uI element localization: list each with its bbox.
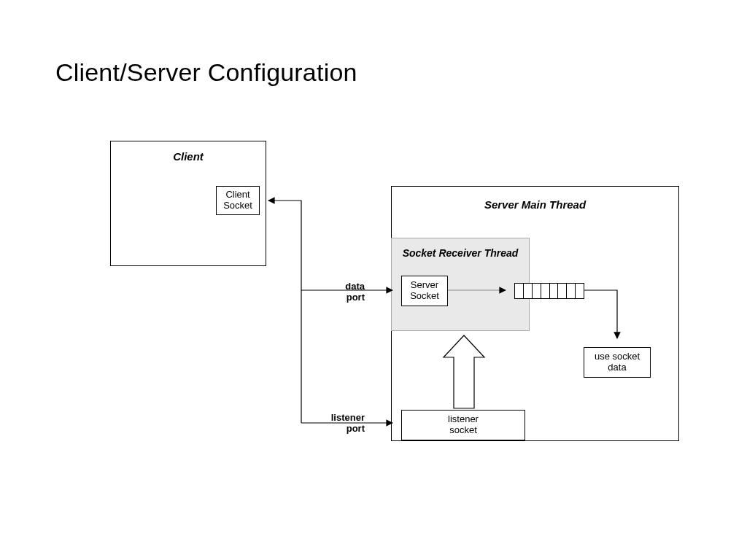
client-socket-box: ClientSocket	[216, 186, 260, 215]
server-socket-box: ServerSocket	[401, 276, 448, 306]
arrow-to-client-socket	[268, 201, 301, 423]
create-thread-label: CreateThread	[455, 353, 476, 397]
data-port-label: dataport	[321, 281, 365, 303]
diagram-stage: Client/Server Configuration Client Clien…	[0, 0, 747, 560]
page-title: Client/Server Configuration	[55, 58, 357, 87]
socket-receiver-thread-title: Socket Receiver Thread	[392, 247, 529, 259]
listener-socket-box: listenersocket	[401, 410, 525, 440]
use-socket-data-box: use socketdata	[584, 347, 651, 378]
buffer-queue	[514, 283, 584, 299]
listener-port-label: listenerport	[315, 413, 365, 435]
server-main-thread-title: Server Main Thread	[392, 198, 678, 211]
client-title: Client	[111, 150, 266, 163]
